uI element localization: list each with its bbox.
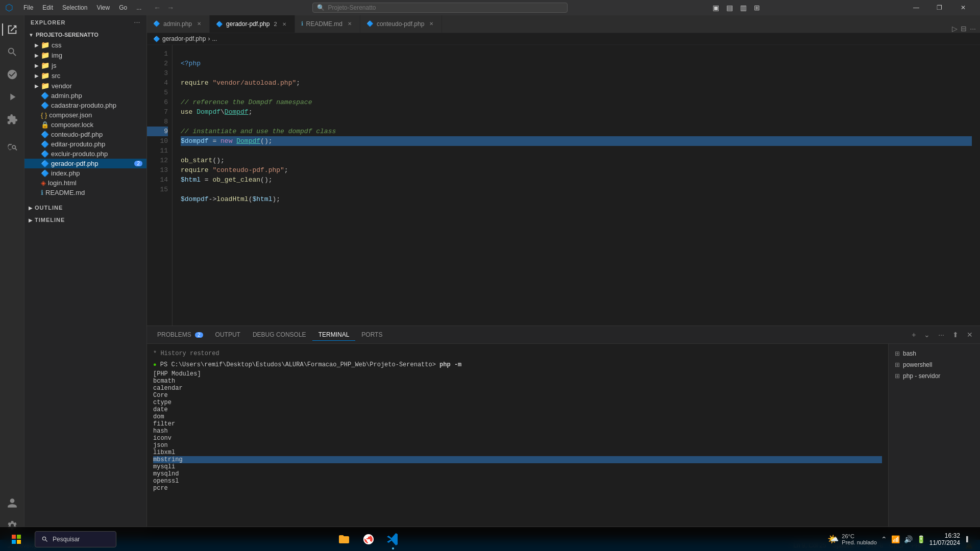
terminal-dropdown-btn[interactable]: ⌄ xyxy=(921,330,933,340)
tab-terminal[interactable]: TERMINAL xyxy=(312,329,356,341)
editor-actions: ▷ ⊟ ··· xyxy=(948,24,980,33)
terminal-controls: + ⌄ ··· ⬆ ✕ xyxy=(909,330,976,340)
terminal-maximize-btn[interactable]: ⬆ xyxy=(949,330,962,340)
tree-folder-js[interactable]: ▶ 📁 js xyxy=(24,60,146,70)
tab-problems[interactable]: PROBLEMS 2 xyxy=(151,329,209,340)
sidebar-title: EXPLORER xyxy=(31,19,66,26)
tree-folder-img[interactable]: ▶ 📁 img xyxy=(24,50,146,60)
layout-btn-2[interactable]: ▤ xyxy=(724,3,735,13)
search-input[interactable] xyxy=(328,4,563,11)
activity-account[interactable] xyxy=(2,493,22,513)
tab-icon-admin: 🔷 xyxy=(153,20,160,27)
tab-close-readme[interactable]: ✕ xyxy=(346,20,354,28)
close-button[interactable]: ✕ xyxy=(951,0,975,15)
terminal-close-btn[interactable]: ✕ xyxy=(964,330,976,340)
tree-file-composer-json[interactable]: { } composer.json xyxy=(24,110,146,120)
session-icon-powershell: ⊞ xyxy=(895,361,900,368)
tab-icon-conteudo: 🔷 xyxy=(366,20,374,27)
outline-section[interactable]: ▶ OUTLINE xyxy=(24,202,146,214)
menu-go[interactable]: Go xyxy=(115,3,131,12)
tab-admin[interactable]: 🔷 admin.php ✕ xyxy=(147,15,210,33)
tree-file-editar[interactable]: 🔷 editar-produto.php xyxy=(24,139,146,149)
chevron-up-icon[interactable]: ⌃ xyxy=(881,535,887,543)
tree-file-composer-lock[interactable]: 🔒 composer.lock xyxy=(24,120,146,130)
tab-close-gerador[interactable]: ✕ xyxy=(280,20,288,28)
file-label-editar: editar-produto.php xyxy=(51,140,105,148)
tree-folder-css[interactable]: ▶ 📁 css xyxy=(24,40,146,50)
tab-readme[interactable]: ℹ README.md ✕ xyxy=(295,15,360,33)
tab-label-gerador: gerador-pdf.php xyxy=(226,20,270,28)
timeline-section[interactable]: ▶ TIMELINE xyxy=(24,214,146,226)
sidebar-more-icon[interactable]: ··· xyxy=(134,19,140,26)
session-powershell[interactable]: ⊞ powershell xyxy=(889,359,980,370)
more-actions-icon[interactable]: ··· xyxy=(970,24,976,33)
run-icon[interactable]: ▷ xyxy=(952,24,958,33)
taskbar-browser[interactable] xyxy=(357,528,380,550)
tree-file-gerador[interactable]: 🔷 gerador-pdf.php 2 xyxy=(24,159,146,168)
menu-file[interactable]: File xyxy=(19,3,37,12)
split-editor-icon[interactable]: ⊟ xyxy=(961,24,967,33)
battery-icon[interactable]: 🔋 xyxy=(917,535,925,543)
tree-file-excluir[interactable]: 🔷 excluir-produto.php xyxy=(24,149,146,159)
weather-info: 26°C Pred. nublado xyxy=(842,533,877,545)
tree-file-conteudo[interactable]: 🔷 conteudo-pdf.php xyxy=(24,130,146,139)
menu-edit[interactable]: Edit xyxy=(38,3,57,12)
wifi-icon[interactable]: 📶 xyxy=(891,535,900,543)
tab-close-admin[interactable]: ✕ xyxy=(195,20,203,28)
menu-view[interactable]: View xyxy=(92,3,114,12)
session-php[interactable]: ⊞ php - servidor xyxy=(889,370,980,382)
terminal-more-btn[interactable]: ··· xyxy=(935,330,947,340)
file-label-cadastrar: cadastrar-produto.php xyxy=(51,102,116,109)
clock[interactable]: 16:32 11/07/2024 xyxy=(929,532,960,546)
svg-rect-3 xyxy=(17,540,21,544)
activity-source-control[interactable] xyxy=(2,64,22,85)
tree-folder-src[interactable]: ▶ 📁 src xyxy=(24,70,146,81)
output-header: [PHP Modules] xyxy=(153,370,882,378)
project-root[interactable]: ▼ PROJETO-SERENATTO xyxy=(24,30,146,40)
tree-file-cadastrar[interactable]: 🔷 cadastrar-produto.php xyxy=(24,101,146,110)
taskbar-file-explorer[interactable] xyxy=(333,528,355,550)
tab-debug[interactable]: DEBUG CONSOLE xyxy=(247,329,312,340)
menu-more[interactable]: ... xyxy=(132,3,145,12)
tree-file-login[interactable]: ◈ login.html xyxy=(24,178,146,188)
layout-btn-1[interactable]: ▣ xyxy=(710,3,721,13)
activity-search[interactable] xyxy=(2,42,22,62)
layout-btn-3[interactable]: ▥ xyxy=(738,3,749,13)
tab-close-conteudo[interactable]: ✕ xyxy=(427,20,435,28)
start-button[interactable] xyxy=(4,527,29,552)
tab-ports[interactable]: PORTS xyxy=(355,329,388,340)
terminal-add-btn[interactable]: + xyxy=(909,330,919,340)
module-dom: dom xyxy=(153,413,882,420)
terminal-main[interactable]: * History restored ● PS C:\Users\remif\D… xyxy=(147,344,888,540)
module-openssl: openssl xyxy=(153,478,882,485)
tree-file-index[interactable]: 🔷 index.php xyxy=(24,168,146,178)
maximize-button[interactable]: ❐ xyxy=(928,0,951,15)
taskbar-vscode[interactable] xyxy=(382,528,404,550)
global-search[interactable]: 🔍 xyxy=(312,3,568,13)
activity-extensions[interactable] xyxy=(2,109,22,130)
tab-conteudo[interactable]: 🔷 conteudo-pdf.php ✕ xyxy=(360,15,442,33)
activity-testing[interactable] xyxy=(2,136,22,156)
file-label-conteudo: conteudo-pdf.php xyxy=(51,131,103,138)
show-desktop-btn[interactable]: ▌ xyxy=(964,536,972,542)
volume-icon[interactable]: 🔊 xyxy=(904,535,913,543)
tree-file-readme[interactable]: ℹ README.md xyxy=(24,188,146,197)
nav-forward-btn[interactable]: → xyxy=(167,4,174,12)
menu-selection[interactable]: Selection xyxy=(58,3,91,12)
code-content[interactable]: <?php require "vendor/autoload.php"; // … xyxy=(173,45,980,325)
line-numbers: 1 2 3 4 5 6 7 8 9 10 11 12 13 14 15 xyxy=(147,45,173,325)
activity-explorer[interactable] xyxy=(2,19,22,40)
tree-folder-vendor[interactable]: ▶ 📁 vendor xyxy=(24,81,146,91)
activity-run[interactable] xyxy=(2,87,22,107)
tab-output[interactable]: OUTPUT xyxy=(209,329,247,340)
taskbar-search[interactable]: Pesquisar xyxy=(35,531,116,547)
tree-file-admin[interactable]: 🔷 admin.php xyxy=(24,91,146,101)
tab-gerador[interactable]: 🔷 gerador-pdf.php 2 ✕ xyxy=(210,15,295,33)
minimize-button[interactable]: — xyxy=(904,0,928,15)
breadcrumb-file[interactable]: gerador-pdf.php xyxy=(162,35,206,42)
prompt-dot: ● xyxy=(153,362,157,368)
nav-back-btn[interactable]: ← xyxy=(154,4,161,12)
session-bash[interactable]: ⊞ bash xyxy=(889,348,980,359)
layout-btn-4[interactable]: ⊞ xyxy=(752,3,762,13)
breadcrumb-more[interactable]: ... xyxy=(212,35,217,42)
